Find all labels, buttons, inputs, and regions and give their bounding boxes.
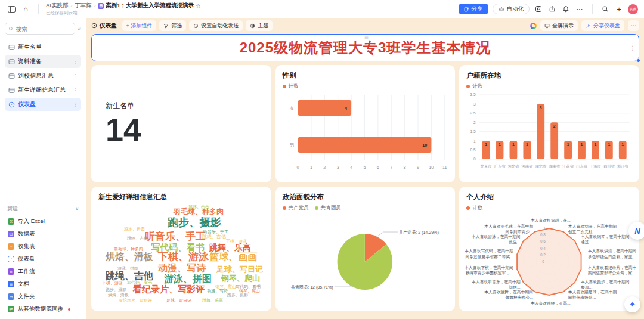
favorite-star-icon[interactable]: ☆	[196, 3, 200, 9]
home-icon[interactable]: ⌂	[20, 4, 31, 14]
share-button[interactable]: 分享	[459, 4, 488, 14]
chart-card-gender[interactable]: 性别 计数 01234567891011女4男10	[275, 65, 456, 182]
svg-text:湖南省: 湖南省	[549, 164, 561, 169]
funnel-icon	[163, 23, 169, 29]
cloud-word: 听音乐、手工	[203, 230, 228, 234]
fullscreen-present-button[interactable]: 全屏演示	[540, 20, 578, 31]
avatar[interactable]: 实践	[628, 4, 638, 14]
create-import-excel[interactable]: X 导入 Excel	[5, 215, 81, 228]
chart-legend: 计数	[466, 83, 632, 90]
breadcrumb-item-user[interactable]: 丁军辉	[75, 2, 92, 10]
search-icon[interactable]	[600, 4, 610, 14]
sidebar-item-table[interactable]: 新生详细信息汇总 ⋮	[5, 83, 81, 97]
svg-text:共产党员: 2 (14.29%): 共产党员: 2 (14.29%)	[399, 230, 439, 235]
create-datatable[interactable]: ⊞ 数据表	[5, 228, 81, 240]
svg-text:0-: 0-	[543, 259, 546, 264]
theme-icon	[250, 23, 255, 29]
svg-text:1: 1	[567, 143, 569, 147]
drag-handle-icon[interactable]: ⠿	[363, 36, 368, 40]
theme-button[interactable]: 主题	[246, 20, 273, 31]
automation-button[interactable]: 自动化	[493, 4, 530, 14]
chart-title: 性别	[283, 71, 448, 80]
ai-sparkle-button[interactable]: ✦	[624, 296, 640, 312]
chart-card-hobbies[interactable]: 新生爱好详细信息汇总 羽毛球、种多肉跑步、摄影听音乐、手工跳绳、吉他写代码、看书…	[91, 187, 271, 311]
svg-text:上海市: 上海市	[590, 164, 601, 169]
search-input[interactable]	[16, 26, 58, 32]
resize-handle[interactable]	[636, 58, 640, 63]
cloud-word: 动漫、写诗	[207, 289, 228, 293]
cloud-word: 看纪录片、写影评	[133, 284, 205, 293]
breadcrumb-item-doc[interactable]: ⊞ 案例1：大学新生入学流程填报演示 ☆	[98, 2, 200, 10]
filter-button[interactable]: 筛选	[159, 20, 186, 31]
sidebar-item-dashboard[interactable]: 仪表盘 ⋮	[5, 98, 81, 111]
chart-legend: 共产党员共青团员	[283, 205, 448, 212]
cloud-word: 羽毛球、种多肉	[114, 247, 143, 251]
search-icon	[8, 26, 14, 32]
radar-axis-label: 本人喜欢游泳，在高中期间救生...	[469, 234, 521, 244]
create-doc[interactable]: ≣ 文档	[5, 278, 81, 290]
chart-card-intro[interactable]: 个人介绍 计数 10.80.60.40.20-本人喜欢打篮球，在...本人喜欢动…	[459, 187, 639, 311]
item-menu-icon[interactable]: ⋮	[73, 88, 78, 93]
history-icon[interactable]	[534, 4, 543, 14]
table-icon	[8, 73, 15, 79]
item-menu-icon[interactable]: ⋮	[73, 59, 78, 64]
create-form[interactable]: ≡ 收集表	[5, 240, 81, 253]
more-icon[interactable]: ⋯	[575, 4, 584, 14]
card-menu-icon[interactable]: ⋮	[630, 45, 636, 51]
new-tab-plus-icon[interactable]: +	[614, 4, 624, 14]
sidebar-item-table[interactable]: 新生名单	[5, 41, 81, 54]
svg-text:河北省: 河北省	[508, 164, 519, 169]
share-arrow-icon	[586, 23, 591, 29]
breadcrumb-item-dept[interactable]: AI实践部	[46, 2, 68, 10]
cloud-word: 篮球、画画	[209, 252, 257, 262]
chart-card-politics[interactable]: 政治面貌分布 共产党员共青团员 共产党员: 2 (14.29%)共青团员: 12…	[275, 187, 456, 311]
svg-text:1.5: 1.5	[470, 129, 476, 134]
cloud-word: 跳绳、吉他	[127, 236, 148, 240]
floating-assistant-button[interactable]: N	[628, 222, 644, 240]
chart-card-region[interactable]: 户籍所在地 计数 00.511.522.533.51北京市1广东省1河北省1河南…	[459, 65, 639, 182]
toolbar-more-button[interactable]: ⋯	[628, 20, 639, 31]
sidebar-collapse-icon[interactable]: «	[78, 26, 81, 32]
sync-icon: ⇄	[8, 306, 14, 312]
svg-text:9: 9	[417, 165, 419, 170]
sidebar-item-table[interactable]: 资料准备 ⋮	[5, 55, 81, 68]
share-dashboard-button[interactable]: 分享仪表盘	[581, 20, 624, 31]
dashboard-toolbar: 仪表盘 + 添加组件 筛选 设置自动化发送 主题 全屏演示 分享仪表盘 ⋯	[86, 18, 644, 32]
cloud-word: 羽毛球、种多肉	[174, 208, 224, 215]
sidebar-search[interactable]	[5, 23, 75, 35]
magic-record-icon[interactable]	[530, 23, 537, 29]
sidebar-toggle-icon[interactable]	[6, 4, 17, 14]
dashboard-view-label: 仪表盘	[91, 22, 117, 30]
create-workflow[interactable]: ⋔ 工作流	[5, 265, 81, 278]
dashboard-gauge-icon	[8, 101, 15, 108]
svg-text:浙江省: 浙江省	[617, 164, 628, 169]
dashboard-title: 2025级物流管理大专3班学生基本情况	[240, 38, 491, 57]
radar-axis-label: 本人喜欢踢足球，在高中期间担任班级队...	[568, 289, 620, 300]
svg-text:3: 3	[540, 106, 542, 110]
create-dashboard[interactable]: ◔ 仪表盘	[5, 253, 81, 265]
stat-card-new-students[interactable]: 新生名单 14	[91, 65, 271, 182]
notification-bell-icon[interactable]	[561, 4, 571, 14]
svg-text:3: 3	[336, 165, 339, 170]
open-as-app-icon[interactable]	[547, 4, 557, 14]
svg-text:6: 6	[376, 165, 379, 170]
svg-text:5: 5	[363, 165, 366, 170]
item-menu-icon[interactable]: ⋮	[73, 73, 78, 79]
legend-item: 计数	[466, 83, 482, 90]
svg-text:2: 2	[473, 120, 476, 125]
workflow-icon: ⋔	[8, 268, 14, 275]
auto-send-button[interactable]: 设置自动化发送	[189, 20, 243, 31]
create-folder[interactable]: ▱ 文件夹	[5, 290, 81, 303]
sidebar-item-table[interactable]: 到校信息汇总 ⋮	[5, 69, 81, 82]
svg-text:湖北省: 湖北省	[535, 164, 547, 169]
create-sync-source[interactable]: ⇄ 从其他数据源同步	[5, 303, 81, 315]
chevron-down-icon[interactable]: ∨	[75, 206, 79, 212]
cloud-word: 写代码、看书	[151, 243, 205, 252]
add-component-button[interactable]: + 添加组件	[122, 20, 157, 31]
svg-text:1: 1	[310, 165, 312, 170]
divider	[38, 4, 39, 14]
svg-text:江苏省: 江苏省	[563, 164, 574, 169]
dashboard-title-card[interactable]: ⠿ 2025级物流管理大专3班学生基本情况 ⋮	[91, 34, 639, 61]
item-menu-icon[interactable]: ⋮	[73, 102, 78, 107]
svg-text:0: 0	[473, 157, 476, 161]
